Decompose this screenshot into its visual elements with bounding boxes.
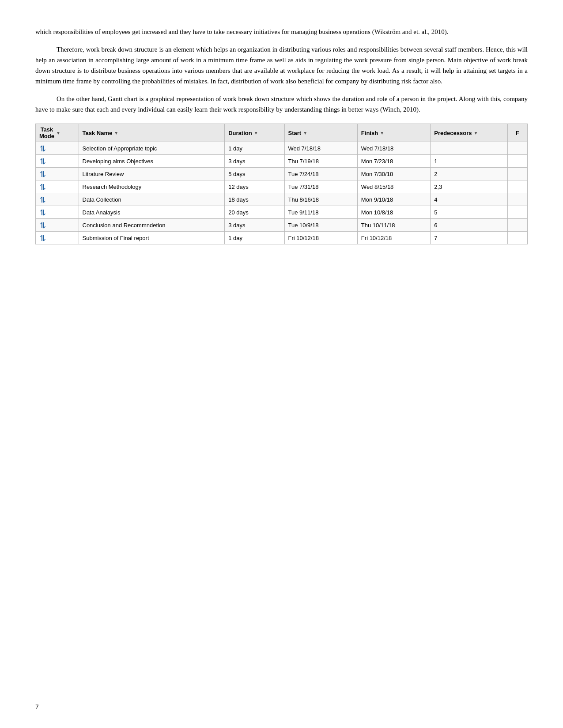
- task-name-cell: Selection of Appropriate topic: [79, 142, 225, 155]
- gantt-table-container: TaskMode ▼ Task Name ▼ Duration ▼: [35, 124, 528, 244]
- task-mode-cell: ⇌: [36, 206, 79, 219]
- task-mode-icon: ⇌: [39, 235, 47, 241]
- duration-cell: 20 days: [225, 206, 284, 219]
- header-task-name[interactable]: Task Name ▼: [79, 124, 225, 142]
- duration-cell: 3 days: [225, 219, 284, 232]
- finish-cell: Mon 10/8/18: [357, 206, 430, 219]
- finish-cell: Fri 10/12/18: [357, 232, 430, 244]
- extra-cell: [507, 168, 527, 180]
- duration-cell: 3 days: [225, 155, 284, 168]
- start-cell: Wed 7/18/18: [284, 142, 357, 155]
- task-name-cell: Developing aims Objectives: [79, 155, 225, 168]
- header-finish[interactable]: Finish ▼: [357, 124, 430, 142]
- task-mode-dropdown-icon[interactable]: ▼: [56, 131, 60, 135]
- header-start[interactable]: Start ▼: [284, 124, 357, 142]
- finish-cell: Wed 7/18/18: [357, 142, 430, 155]
- table-header-row: TaskMode ▼ Task Name ▼ Duration ▼: [36, 124, 528, 142]
- task-mode-icon: ⇌: [39, 222, 47, 229]
- duration-cell: 5 days: [225, 168, 284, 180]
- start-cell: Tue 7/31/18: [284, 180, 357, 193]
- task-mode-cell: ⇌: [36, 142, 79, 155]
- table-row: ⇌Data Collection18 daysThu 8/16/18Mon 9/…: [36, 193, 528, 206]
- task-mode-icon: ⇌: [39, 209, 47, 216]
- predecessors-cell: 6: [431, 219, 508, 232]
- task-mode-icon: ⇌: [39, 171, 47, 177]
- task-mode-cell: ⇌: [36, 180, 79, 193]
- task-mode-icon: ⇌: [39, 158, 47, 165]
- task-mode-cell: ⇌: [36, 219, 79, 232]
- table-row: ⇌Developing aims Objectives3 daysThu 7/1…: [36, 155, 528, 168]
- page-number: 7: [35, 703, 39, 710]
- finish-cell: Mon 9/10/18: [357, 193, 430, 206]
- start-cell: Thu 8/16/18: [284, 193, 357, 206]
- predecessors-dropdown-icon[interactable]: ▼: [474, 131, 478, 135]
- start-cell: Thu 7/19/18: [284, 155, 357, 168]
- predecessors-cell: 1: [431, 155, 508, 168]
- table-row: ⇌Conclusion and Recommndetion3 daysTue 1…: [36, 219, 528, 232]
- predecessors-cell: 7: [431, 232, 508, 244]
- table-row: ⇌Submission of Final report1 dayFri 10/1…: [36, 232, 528, 244]
- task-mode-cell: ⇌: [36, 232, 79, 244]
- gantt-table: TaskMode ▼ Task Name ▼ Duration ▼: [35, 124, 528, 244]
- extra-cell: [507, 193, 527, 206]
- start-dropdown-icon[interactable]: ▼: [303, 131, 307, 135]
- start-cell: Tue 10/9/18: [284, 219, 357, 232]
- predecessors-cell: [431, 142, 508, 155]
- task-name-cell: Litrature Review: [79, 168, 225, 180]
- start-cell: Tue 7/24/18: [284, 168, 357, 180]
- predecessors-cell: 2,3: [431, 180, 508, 193]
- task-mode-cell: ⇌: [36, 193, 79, 206]
- predecessors-cell: 4: [431, 193, 508, 206]
- start-cell: Tue 9/11/18: [284, 206, 357, 219]
- task-mode-icon: ⇌: [39, 184, 47, 190]
- page-content: which responsibilities of employees get …: [35, 26, 528, 244]
- task-name-cell: Submission of Final report: [79, 232, 225, 244]
- finish-cell: Mon 7/23/18: [357, 155, 430, 168]
- finish-dropdown-icon[interactable]: ▼: [380, 131, 384, 135]
- finish-cell: Thu 10/11/18: [357, 219, 430, 232]
- task-name-cell: Research Methodology: [79, 180, 225, 193]
- task-name-dropdown-icon[interactable]: ▼: [114, 131, 118, 135]
- task-name-cell: Conclusion and Recommndetion: [79, 219, 225, 232]
- paragraph-2: Therefore, work break down structure is …: [35, 44, 528, 86]
- task-mode-icon: ⇌: [39, 145, 47, 152]
- extra-cell: [507, 219, 527, 232]
- task-name-cell: Data Analaysis: [79, 206, 225, 219]
- start-cell: Fri 10/12/18: [284, 232, 357, 244]
- duration-cell: 18 days: [225, 193, 284, 206]
- header-predecessors[interactable]: Predecessors ▼: [431, 124, 508, 142]
- task-mode-icon: ⇌: [39, 196, 47, 203]
- task-mode-cell: ⇌: [36, 155, 79, 168]
- paragraph-1: which responsibilities of employees get …: [35, 26, 528, 37]
- finish-cell: Wed 8/15/18: [357, 180, 430, 193]
- finish-cell: Mon 7/30/18: [357, 168, 430, 180]
- duration-cell: 1 day: [225, 232, 284, 244]
- duration-cell: 12 days: [225, 180, 284, 193]
- task-name-cell: Data Collection: [79, 193, 225, 206]
- task-mode-cell: ⇌: [36, 168, 79, 180]
- table-row: ⇌Research Methodology12 daysTue 7/31/18W…: [36, 180, 528, 193]
- extra-cell: [507, 142, 527, 155]
- duration-cell: 1 day: [225, 142, 284, 155]
- header-task-mode[interactable]: TaskMode ▼: [36, 124, 79, 142]
- table-row: ⇌Data Analaysis20 daysTue 9/11/18Mon 10/…: [36, 206, 528, 219]
- duration-dropdown-icon[interactable]: ▼: [254, 131, 258, 135]
- header-duration[interactable]: Duration ▼: [225, 124, 284, 142]
- extra-cell: [507, 206, 527, 219]
- extra-cell: [507, 232, 527, 244]
- predecessors-cell: 5: [431, 206, 508, 219]
- paragraph-3: On the other hand, Gantt chart is a grap…: [35, 94, 528, 115]
- header-extra: F: [507, 124, 527, 142]
- extra-cell: [507, 155, 527, 168]
- predecessors-cell: 2: [431, 168, 508, 180]
- extra-cell: [507, 180, 527, 193]
- table-row: ⇌Litrature Review5 daysTue 7/24/18Mon 7/…: [36, 168, 528, 180]
- table-row: ⇌Selection of Appropriate topic1 dayWed …: [36, 142, 528, 155]
